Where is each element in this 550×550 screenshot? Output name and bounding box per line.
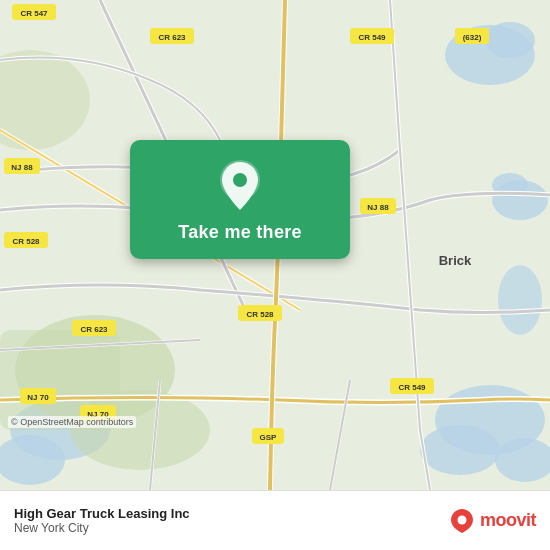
- map-container: CR 547 CR 623 NJ 88 NJ 88 CR 528 CR 623 …: [0, 0, 550, 490]
- svg-text:(632): (632): [463, 33, 482, 42]
- svg-point-56: [457, 515, 466, 524]
- location-info: High Gear Truck Leasing Inc New York Cit…: [14, 506, 190, 535]
- location-pin-icon: [218, 160, 262, 212]
- svg-point-2: [485, 22, 535, 58]
- location-name: High Gear Truck Leasing Inc: [14, 506, 190, 521]
- moovit-brand-icon: [448, 507, 476, 535]
- svg-text:CR 547: CR 547: [20, 9, 48, 18]
- take-me-there-button[interactable]: Take me there: [178, 222, 302, 243]
- svg-text:NJ 88: NJ 88: [367, 203, 389, 212]
- svg-text:CR 528: CR 528: [246, 310, 274, 319]
- svg-text:Brick: Brick: [439, 253, 472, 268]
- svg-text:NJ 88: NJ 88: [11, 163, 33, 172]
- svg-text:CR 623: CR 623: [158, 33, 186, 42]
- osm-attribution: © OpenStreetMap contributors: [8, 416, 136, 428]
- bottom-bar: High Gear Truck Leasing Inc New York Cit…: [0, 490, 550, 550]
- svg-text:CR 528: CR 528: [12, 237, 40, 246]
- svg-text:CR 549: CR 549: [358, 33, 386, 42]
- moovit-brand-text: moovit: [480, 510, 536, 531]
- svg-point-6: [420, 425, 500, 475]
- svg-text:CR 623: CR 623: [80, 325, 108, 334]
- take-me-there-card[interactable]: Take me there: [130, 140, 350, 259]
- svg-point-55: [233, 173, 247, 187]
- location-city: New York City: [14, 521, 190, 535]
- svg-text:GSP: GSP: [260, 433, 278, 442]
- moovit-logo[interactable]: moovit: [448, 507, 536, 535]
- svg-text:CR 549: CR 549: [398, 383, 426, 392]
- svg-point-10: [498, 265, 542, 335]
- svg-text:NJ 70: NJ 70: [27, 393, 49, 402]
